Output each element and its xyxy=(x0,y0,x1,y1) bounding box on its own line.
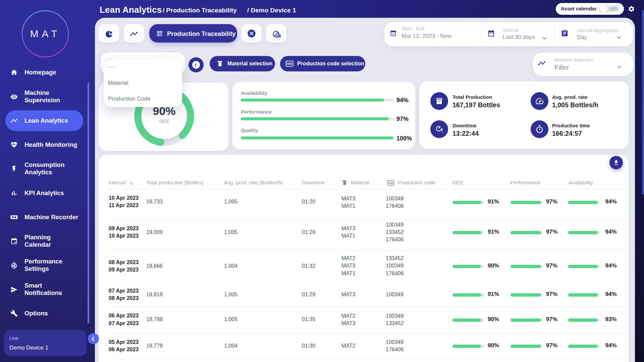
svg-text:MAT: MAT xyxy=(30,28,60,39)
